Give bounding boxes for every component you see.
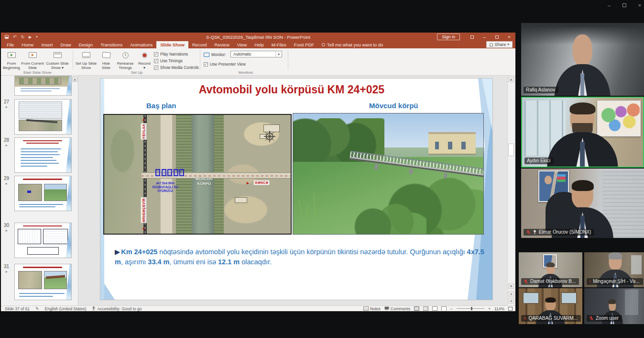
set-up-slide-show-button[interactable]: Set Up Slide Show — [75, 50, 98, 70]
start-slideshow-icon[interactable]: ▶ — [29, 35, 32, 39]
mingecevir-arrow-icon: ▼ — [142, 227, 146, 231]
tab-home[interactable]: Home — [18, 41, 37, 48]
thumbnail-scroll-up-button[interactable]: ▲ — [72, 77, 77, 82]
zoom-percent[interactable]: 114% — [494, 306, 504, 311]
tab-file[interactable]: File — [3, 41, 18, 48]
ribbon-tabs: FileHomeInsertDrawDesignTransitionsAnima… — [1, 41, 515, 48]
zoom-slider-thumb[interactable] — [471, 307, 472, 310]
slide-thumbnail-28[interactable] — [14, 137, 72, 173]
yevlax-arrow-icon: ▲ — [142, 117, 146, 122]
ppt-restore-button[interactable] — [491, 33, 503, 41]
accessibility-status[interactable]: Accessibility: Good to go — [92, 306, 142, 311]
zoom-out-button[interactable]: − — [450, 306, 453, 311]
tab-review[interactable]: Review — [211, 41, 233, 48]
qat-more-icon[interactable]: ▾ — [36, 35, 38, 39]
sign-in-button[interactable]: Sign in — [437, 34, 460, 40]
ribbon: From Beginning From Current Slide Custom… — [1, 48, 515, 76]
set-up-slide-show-icon — [82, 52, 90, 58]
redo-icon[interactable]: ↻ — [21, 34, 25, 39]
scroll-up-button[interactable]: ▲ — [508, 77, 514, 82]
from-current-slide-button[interactable]: From Current Slide — [21, 50, 44, 70]
save-icon[interactable] — [5, 35, 9, 39]
comments-button[interactable]: Comments — [384, 306, 410, 311]
zoom-maximize-button[interactable] — [620, 2, 629, 9]
notes-button[interactable]: Notes — [363, 306, 381, 311]
scroll-down-button[interactable]: ▼ — [508, 283, 514, 289]
slide-thumbnail-29[interactable] — [14, 176, 72, 211]
fit-slide-button[interactable] — [508, 307, 513, 311]
use-timings-checkbox[interactable]: ✓Use Timings — [154, 58, 183, 63]
reading-view-button[interactable] — [432, 306, 437, 311]
tab-animations[interactable]: Animations — [126, 41, 156, 48]
slide-thumbnail-27[interactable] — [14, 99, 72, 135]
use-presenter-view-checkbox[interactable]: ✓Use Presenter View — [204, 62, 246, 67]
tab-help[interactable]: Help — [251, 41, 268, 48]
next-slide-button[interactable]: ⇟ — [508, 298, 514, 304]
map-label-culvert: 4x7.5x4.90m DÜZBUCAQLI SU ÖTÜRÜCÜ — [150, 181, 181, 193]
monitor-dropdown[interactable]: Automatic ▼ — [230, 51, 282, 57]
tab-insert[interactable]: Insert — [38, 41, 57, 48]
share-button[interactable]: Share▾ — [486, 41, 513, 48]
slide-sorter-view-button[interactable] — [423, 306, 428, 311]
participant-name-badge: QARABAĞ SUVARM... — [521, 315, 581, 322]
ribbon-options-icon — [470, 35, 474, 39]
video-tile-qarabag-suvarma[interactable]: QARABAĞ SUVARM... — [519, 288, 582, 324]
video-tile-zoom-user[interactable]: Zoom user — [584, 288, 644, 324]
show-media-controls-checkbox[interactable]: ✓Show Media Controls — [154, 65, 199, 70]
slideshow-view-button[interactable] — [441, 306, 447, 311]
slide-area-scrollbar[interactable]: ▲ ▼ ⇞ ⇟ — [507, 76, 514, 305]
scrollbar-thumb[interactable] — [508, 144, 514, 156]
zoom-minimize-button[interactable]: – — [604, 2, 614, 9]
video-tile-rafiq-aslanov[interactable]: Rafiq Aslanov — [521, 23, 644, 96]
slide-thumbnail-30[interactable] — [14, 223, 72, 258]
language-status[interactable]: English (United States) — [45, 306, 87, 311]
previous-slide-button[interactable]: ⇞ — [508, 291, 514, 297]
custom-slide-show-button[interactable]: Custom Slide Show ▾ — [45, 50, 70, 70]
share-icon — [490, 43, 493, 46]
zoom-in-button[interactable]: + — [488, 306, 491, 311]
normal-view-button[interactable] — [414, 306, 419, 311]
slide-thumbnail-26-partial[interactable] — [14, 76, 72, 96]
ppt-minimize-button[interactable]: – — [478, 33, 491, 41]
animation-star-icon: ★ — [5, 105, 8, 109]
slide-title: Avtomobil yolu körpüsü KM 24+025 — [129, 83, 454, 96]
ribbon-display-options-button[interactable] — [466, 33, 478, 41]
map-label-gence: GƏNCƏ — [253, 180, 270, 185]
tab-record[interactable]: Record — [188, 41, 211, 48]
rehearse-timings-button[interactable]: Rehearse Timings — [115, 50, 136, 70]
hide-slide-button[interactable]: Hide Slide — [98, 50, 114, 70]
tell-me-box[interactable]: Tell me what you want to do — [318, 41, 387, 48]
ppt-close-button[interactable]: × — [503, 33, 515, 41]
video-tile-aydin-ekici[interactable]: Aydın Ekici — [521, 97, 644, 168]
tab-view[interactable]: View — [233, 41, 251, 48]
rehearse-timings-icon — [122, 52, 129, 58]
play-narrations-checkbox[interactable]: ✓Play Narrations — [154, 52, 188, 56]
video-tile-mingecevir[interactable]: Mingəçevir ŞİH - Və... — [584, 252, 644, 287]
zoom-slider[interactable] — [457, 308, 484, 309]
slide-canvas: Avtomobil yolu körpüsü KM 24+025 Baş pla… — [100, 79, 492, 300]
existing-bridge-photo — [293, 113, 484, 235]
tab-transitions[interactable]: Transitions — [97, 41, 126, 48]
lightbulb-icon — [322, 43, 325, 46]
left-image-caption: Baş plan — [146, 101, 176, 110]
record-button[interactable]: Record ▾ — [137, 50, 152, 70]
map-label-existing-bridge: MÖVCUD KÖRPÜ — [193, 177, 215, 186]
tab-draw[interactable]: Draw — [56, 41, 75, 48]
undo-icon[interactable]: ↶ — [13, 34, 17, 39]
spell-check-icon[interactable]: ✎ — [35, 306, 39, 311]
from-beginning-button[interactable]: From Beginning — [2, 50, 21, 70]
tab-design[interactable]: Design — [75, 41, 97, 48]
slide-thumbnail-31[interactable] — [14, 264, 72, 300]
muted-mic-icon — [524, 279, 528, 284]
slide-thumbnail-panel: ▲ 27 ★ 28 — [1, 76, 78, 305]
tab-m-files[interactable]: M-Files — [268, 41, 290, 48]
video-tile-elmar-orucov[interactable]: Elmar Orucov (SİMDNX) — [521, 169, 644, 238]
animation-star-icon: ★ — [5, 270, 8, 274]
custom-slide-show-icon — [54, 52, 62, 58]
zoom-close-button[interactable]: × — [635, 2, 644, 9]
tab-slide-show[interactable]: Slide Show — [156, 41, 188, 48]
compass-icon — [263, 130, 276, 143]
video-tile-damet-elekberov[interactable]: Damət Ələkbərov B... — [519, 252, 582, 287]
tab-foxit-pdf[interactable]: Foxit PDF — [290, 41, 318, 48]
editing-area: ▲ 27 ★ 28 — [1, 76, 515, 305]
